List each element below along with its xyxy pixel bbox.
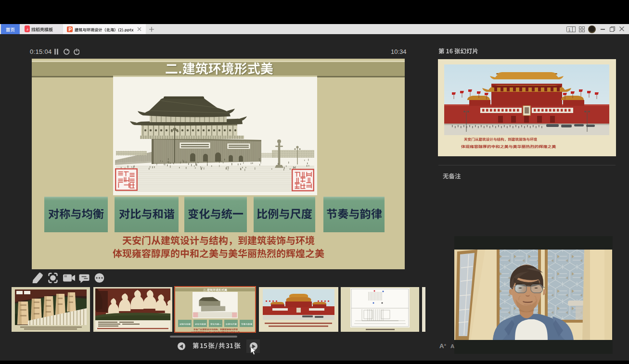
svg-text:1: 1 <box>568 27 571 32</box>
